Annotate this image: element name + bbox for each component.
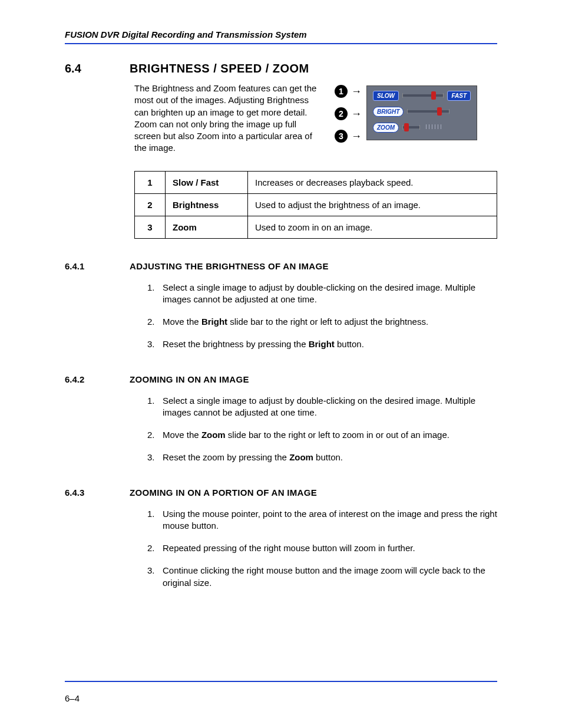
- subsection-title: ZOOMING IN ON AN IMAGE: [130, 374, 249, 384]
- document-page: FUSION DVR Digital Recording and Transmi…: [0, 0, 562, 728]
- bold-term: Zoom: [289, 452, 313, 462]
- step-item: Continue clicking the right mouse button…: [147, 565, 497, 589]
- step-item: Select a single image to adjust by doubl…: [147, 395, 497, 419]
- subsection-number: 6.4.2: [65, 374, 130, 384]
- step-item: Move the Bright slide bar to the right o…: [147, 316, 497, 328]
- subsection-title: ADJUSTING THE BRIGHTNESS OF AN IMAGE: [130, 261, 329, 271]
- callout-circle-icon: 1: [335, 85, 348, 98]
- slider-thumb-icon: [437, 107, 442, 116]
- table-row: 2 Brightness Used to adjust the brightne…: [135, 193, 497, 216]
- subsection-heading: 6.4.1 ADJUSTING THE BRIGHTNESS OF AN IMA…: [65, 261, 497, 271]
- subsection-number: 6.4.3: [65, 487, 130, 498]
- slider-ticks-icon: [426, 126, 441, 129]
- control-panel-illustration: 1 → 2 → 3 → SLOW FAST: [335, 83, 477, 143]
- subsection-heading: 6.4.2 ZOOMING IN ON AN IMAGE: [65, 374, 497, 384]
- step-list: Using the mouse pointer, point to the ar…: [147, 508, 497, 589]
- bold-term: Zoom: [201, 430, 226, 440]
- header-rule: [65, 43, 497, 44]
- zoom-button[interactable]: ZOOM: [373, 123, 399, 133]
- feature-num: 2: [135, 193, 166, 216]
- slow-label: SLOW: [373, 91, 399, 101]
- page-number: 6–4: [65, 693, 80, 703]
- bold-term: Bright: [201, 317, 227, 327]
- subsection-title: ZOOMING IN ON A PORTION OF AN IMAGE: [130, 487, 317, 498]
- zoom-slider-row: ZOOM: [373, 123, 471, 133]
- section-heading: 6.4 BRIGHTNESS / SPEED / ZOOM: [65, 62, 497, 75]
- feature-table: 1 Slow / Fast Increases or decreases pla…: [134, 171, 497, 239]
- arrow-right-icon: →: [351, 131, 362, 141]
- section-intro: The Brightness and Zoom features can get…: [134, 83, 323, 154]
- callout-circle-icon: 3: [335, 130, 348, 143]
- feature-name: Slow / Fast: [166, 171, 248, 193]
- speed-slider-row: SLOW FAST: [373, 91, 471, 101]
- step-item: Using the mouse pointer, point to the ar…: [147, 508, 497, 532]
- callout-1: 1 →: [335, 85, 362, 98]
- step-item: Reset the brightness by pressing the Bri…: [147, 338, 497, 350]
- footer-area: [65, 681, 497, 688]
- control-panel: SLOW FAST BRIGHT ZOOM: [366, 85, 477, 140]
- feature-name: Brightness: [166, 193, 248, 216]
- feature-desc: Increases or decreases playback speed.: [248, 171, 497, 193]
- zoom-slider[interactable]: [402, 126, 420, 129]
- arrow-right-icon: →: [351, 86, 362, 97]
- feature-name: Zoom: [166, 216, 248, 238]
- bright-slider-row: BRIGHT: [373, 107, 471, 117]
- intro-row: The Brightness and Zoom features can get…: [65, 83, 497, 154]
- feature-num: 3: [135, 216, 166, 238]
- subsection-heading: 6.4.3 ZOOMING IN ON A PORTION OF AN IMAG…: [65, 487, 497, 498]
- step-list: Select a single image to adjust by doubl…: [147, 395, 497, 464]
- feature-desc: Used to adjust the brightness of an imag…: [248, 193, 497, 216]
- bright-slider[interactable]: [407, 110, 449, 113]
- section-number: 6.4: [65, 62, 130, 75]
- callout-column: 1 → 2 → 3 →: [335, 83, 362, 143]
- table-row: 1 Slow / Fast Increases or decreases pla…: [135, 171, 497, 193]
- fast-label: FAST: [447, 91, 471, 101]
- callout-2: 2 →: [335, 107, 362, 120]
- bright-button[interactable]: BRIGHT: [373, 107, 404, 117]
- step-item: Select a single image to adjust by doubl…: [147, 282, 497, 306]
- step-list: Select a single image to adjust by doubl…: [147, 282, 497, 351]
- step-item: Reset the zoom by pressing the Zoom butt…: [147, 452, 497, 463]
- feature-desc: Used to zoom in on an image.: [248, 216, 497, 238]
- speed-slider[interactable]: [402, 94, 444, 97]
- slider-thumb-icon: [404, 123, 409, 131]
- arrow-right-icon: →: [351, 108, 362, 119]
- slider-thumb-icon: [431, 91, 436, 100]
- subsection-number: 6.4.1: [65, 261, 130, 271]
- table-row: 3 Zoom Used to zoom in on an image.: [135, 216, 497, 238]
- section-title: BRIGHTNESS / SPEED / ZOOM: [130, 62, 309, 75]
- doc-header-title: FUSION DVR Digital Recording and Transmi…: [65, 29, 497, 39]
- callout-circle-icon: 2: [335, 107, 348, 120]
- feature-num: 1: [135, 171, 166, 193]
- callout-3: 3 →: [335, 130, 362, 143]
- step-item: Move the Zoom slide bar to the right or …: [147, 429, 497, 441]
- bold-term: Bright: [309, 339, 335, 349]
- step-item: Repeated pressing of the right mouse but…: [147, 542, 497, 554]
- footer-rule: [65, 681, 497, 682]
